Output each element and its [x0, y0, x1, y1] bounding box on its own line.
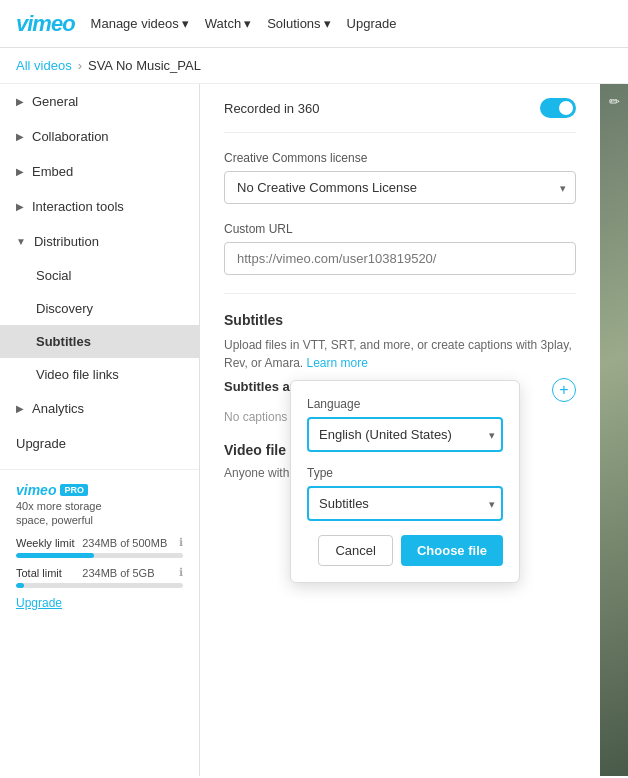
weekly-limit-value: 234MB of 500MB — [82, 537, 167, 549]
custom-url-input[interactable] — [224, 242, 576, 275]
sidebar-item-analytics[interactable]: ▶ Analytics — [0, 391, 199, 426]
subtitles-description: Upload files in VTT, SRT, and more, or c… — [224, 336, 576, 372]
custom-url-section: Custom URL — [224, 222, 576, 275]
learn-more-link[interactable]: Learn more — [306, 356, 367, 370]
language-field-label: Language — [307, 397, 503, 411]
total-progress-bar-bg — [16, 583, 183, 588]
recorded-360-row: Recorded in 360 — [224, 84, 576, 133]
top-navigation: vimeo Manage videos ▾ Watch ▾ Solutions … — [0, 0, 628, 48]
nav-watch[interactable]: Watch ▾ — [205, 16, 251, 31]
chevron-right-icon: ▶ — [16, 201, 24, 212]
subtitle-popup: Language English (United States) Spanish… — [290, 380, 520, 583]
recorded-360-toggle[interactable] — [540, 98, 576, 118]
popup-buttons: Cancel Choose file — [307, 535, 503, 566]
sidebar-item-distribution[interactable]: ▼ Distribution — [0, 224, 199, 259]
nav-manage-videos[interactable]: Manage videos ▾ — [91, 16, 189, 31]
creative-commons-section: Creative Commons license No Creative Com… — [224, 151, 576, 204]
chevron-right-icon: ▶ — [16, 131, 24, 142]
cancel-button[interactable]: Cancel — [318, 535, 392, 566]
subtitles-title: Subtitles — [224, 312, 576, 328]
chevron-right-icon: ▶ — [16, 403, 24, 414]
vimeo-pro-logo: vimeo — [16, 482, 56, 498]
creative-commons-select-wrapper: No Creative Commons License CC BY CC BY-… — [224, 171, 576, 204]
type-field-label: Type — [307, 466, 503, 480]
chevron-down-icon: ▼ — [16, 236, 26, 247]
nav-solutions[interactable]: Solutions ▾ — [267, 16, 330, 31]
pro-tagline: 40x more storage — [16, 500, 183, 512]
vimeo-logo: vimeo — [16, 11, 75, 37]
weekly-limit-label: Weekly limit — [16, 537, 74, 549]
language-select-wrapper: English (United States) Spanish French G… — [307, 417, 503, 452]
weekly-progress-bar-bg — [16, 553, 183, 558]
chevron-right-icon: ▶ — [16, 166, 24, 177]
sidebar-pro-box: vimeo PRO 40x more storage space, powerf… — [0, 469, 199, 622]
add-subtitles-button[interactable]: + — [552, 378, 576, 402]
sidebar-upgrade-link[interactable]: Upgrade — [16, 596, 183, 610]
pencil-icon[interactable]: ✏ — [609, 94, 620, 109]
weekly-limit-info-icon[interactable]: ℹ — [179, 536, 183, 549]
sidebar-item-upgrade[interactable]: Upgrade — [0, 426, 199, 461]
sidebar-item-embed[interactable]: ▶ Embed — [0, 154, 199, 189]
sidebar-item-video-file-links[interactable]: Video file links — [0, 358, 199, 391]
total-limit-label: Total limit — [16, 567, 62, 579]
sidebar-item-subtitles[interactable]: Subtitles — [0, 325, 199, 358]
weekly-progress-bar-fill — [16, 553, 94, 558]
sidebar-item-social[interactable]: Social — [0, 259, 199, 292]
creative-commons-select[interactable]: No Creative Commons License CC BY CC BY-… — [224, 171, 576, 204]
pro-tagline2: space, powerful — [16, 514, 183, 526]
sidebar-item-interaction-tools[interactable]: ▶ Interaction tools — [0, 189, 199, 224]
type-select-wrapper: Subtitles Captions ▾ — [307, 486, 503, 521]
breadcrumb: All videos › SVA No Music_PAL — [0, 48, 628, 84]
type-select[interactable]: Subtitles Captions — [307, 486, 503, 521]
pro-badge: PRO — [60, 484, 88, 496]
chevron-right-icon: ▶ — [16, 96, 24, 107]
total-limit-value: 234MB of 5GB — [82, 567, 154, 579]
nav-upgrade[interactable]: Upgrade — [347, 16, 397, 31]
thumb-image — [600, 84, 628, 776]
choose-file-button[interactable]: Choose file — [401, 535, 503, 566]
creative-commons-label: Creative Commons license — [224, 151, 576, 165]
total-limit-info-icon[interactable]: ℹ — [179, 566, 183, 579]
language-select[interactable]: English (United States) Spanish French G… — [307, 417, 503, 452]
sidebar-item-general[interactable]: ▶ General — [0, 84, 199, 119]
divider — [224, 293, 576, 294]
sidebar-item-discovery[interactable]: Discovery — [0, 292, 199, 325]
custom-url-label: Custom URL — [224, 222, 576, 236]
sidebar: ▶ General ▶ Collaboration ▶ Embed ▶ Inte… — [0, 84, 200, 776]
breadcrumb-separator: › — [78, 58, 82, 73]
breadcrumb-current-page: SVA No Music_PAL — [88, 58, 201, 73]
breadcrumb-all-videos[interactable]: All videos — [16, 58, 72, 73]
recorded-360-label: Recorded in 360 — [224, 101, 319, 116]
sidebar-item-collaboration[interactable]: ▶ Collaboration — [0, 119, 199, 154]
right-thumb-strip: ✏ — [600, 84, 628, 776]
total-progress-bar-fill — [16, 583, 24, 588]
